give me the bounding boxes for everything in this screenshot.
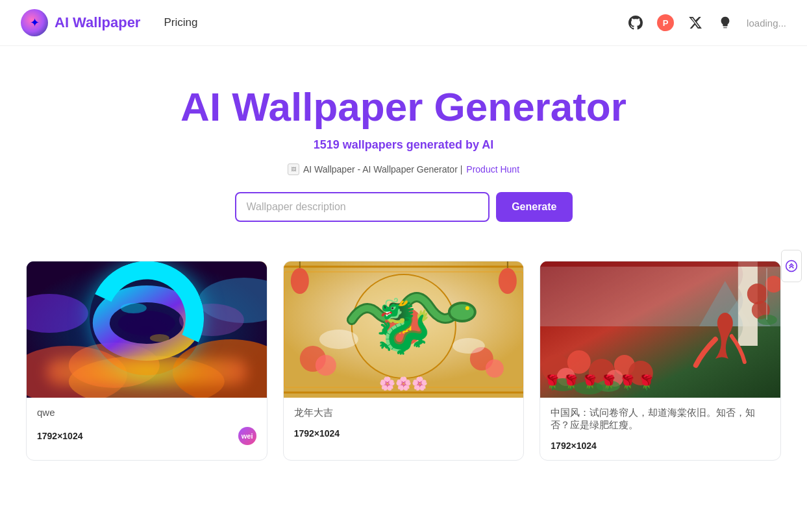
- svg-point-48: [747, 284, 768, 304]
- card-footer-2: 1792×1024: [294, 428, 514, 439]
- loading-status: loading...: [747, 18, 786, 29]
- lamp-icon[interactable]: [717, 14, 734, 31]
- card-body-2: 龙年大吉 1792×1024: [284, 398, 524, 448]
- svg-point-3: [173, 339, 267, 398]
- card-title-2: 龙年大吉: [294, 407, 514, 419]
- scroll-widget[interactable]: [781, 250, 802, 282]
- wallpaper-image-3: [540, 261, 780, 398]
- svg-point-17: [498, 268, 516, 294]
- card-footer-1: 1792×1024 wei: [37, 427, 256, 445]
- badge-text: AI Wallpaper - AI Wallpaper Generator |: [303, 164, 462, 175]
- card-title-1: qwe: [37, 407, 256, 418]
- card-title-3: 中国风：试问卷帘人，却道海棠依旧。知否，知否？应是绿肥红瘦。: [551, 407, 770, 431]
- pricing-link[interactable]: Pricing: [164, 16, 197, 29]
- svg-point-29: [452, 338, 484, 354]
- search-row: Generate: [235, 192, 573, 222]
- svg-point-9: [118, 311, 175, 335]
- product-hunt-link[interactable]: Product Hunt: [466, 164, 519, 175]
- github-icon[interactable]: [627, 14, 644, 31]
- card-dimensions-3: 1792×1024: [551, 441, 596, 451]
- svg-point-45: [550, 378, 576, 391]
- svg-point-7: [179, 304, 244, 336]
- svg-point-27: [485, 359, 503, 378]
- svg-point-23: [465, 306, 469, 310]
- svg-point-44: [606, 370, 623, 387]
- svg-point-51: [758, 315, 777, 325]
- wallpaper-image-1: [27, 261, 267, 398]
- wallpaper-count: 1519: [314, 138, 340, 151]
- generate-button[interactable]: Generate: [496, 192, 572, 222]
- card-footer-3: 1792×1024: [551, 441, 770, 451]
- navbar: ✦ AI Wallpaper Pricing P loading...: [0, 0, 807, 46]
- wallpaper-card-1[interactable]: qwe 1792×1024 wei: [26, 261, 267, 461]
- brand-name: AI Wallpaper: [55, 14, 140, 31]
- subtitle-text: wallpapers generated by AI: [340, 138, 493, 151]
- svg-point-25: [315, 355, 336, 376]
- wallpaper-card-3[interactable]: 中国风：试问卷帘人，却道海棠依旧。知否，知否？应是绿肥红瘦。 1792×1024: [540, 261, 781, 461]
- hero-section: AI Wallpaper Generator 1519 wallpapers g…: [0, 46, 807, 241]
- hero-title: AI Wallpaper Generator: [180, 85, 627, 129]
- svg-point-10: [121, 303, 147, 313]
- svg-point-28: [319, 330, 358, 349]
- svg-point-43: [557, 368, 575, 386]
- wallpaper-description-input[interactable]: [235, 192, 490, 222]
- svg-point-30: [384, 307, 423, 346]
- svg-point-22: [450, 304, 473, 320]
- card-body-3: 中国风：试问卷帘人，却道海棠依旧。知否，知否？应是绿肥红瘦。 1792×1024: [540, 398, 780, 460]
- svg-point-4: [69, 343, 160, 388]
- logo-icon: ✦: [21, 9, 48, 36]
- svg-rect-52: [540, 261, 780, 267]
- card-dimensions-1: 1792×1024: [37, 431, 82, 441]
- wallpaper-card-2[interactable]: 福 龙年大吉 1792×1024: [283, 261, 525, 461]
- nav-right: P loading...: [627, 14, 786, 31]
- svg-point-47: [575, 381, 603, 394]
- svg-point-8: [101, 294, 192, 352]
- svg-point-11: [150, 334, 169, 342]
- badge-icon: 🖼: [288, 163, 299, 175]
- hero-subtitle: 1519 wallpapers generated by AI: [314, 138, 493, 152]
- product-hunt-icon[interactable]: P: [657, 14, 674, 31]
- author-avatar-1: wei: [238, 427, 256, 445]
- svg-text:福: 福: [395, 317, 411, 335]
- svg-point-42: [628, 361, 653, 385]
- wallpaper-image-2: 福: [284, 261, 524, 398]
- svg-point-46: [597, 380, 620, 392]
- svg-point-15: [290, 268, 308, 294]
- card-dimensions-2: 1792×1024: [294, 428, 340, 439]
- logo-link[interactable]: ✦ AI Wallpaper: [21, 9, 140, 36]
- twitter-icon[interactable]: [687, 14, 704, 31]
- card-body-1: qwe 1792×1024 wei: [27, 398, 267, 454]
- product-badge: 🖼 AI Wallpaper - AI Wallpaper Generator …: [288, 163, 519, 175]
- gallery-grid: qwe 1792×1024 wei: [0, 241, 807, 487]
